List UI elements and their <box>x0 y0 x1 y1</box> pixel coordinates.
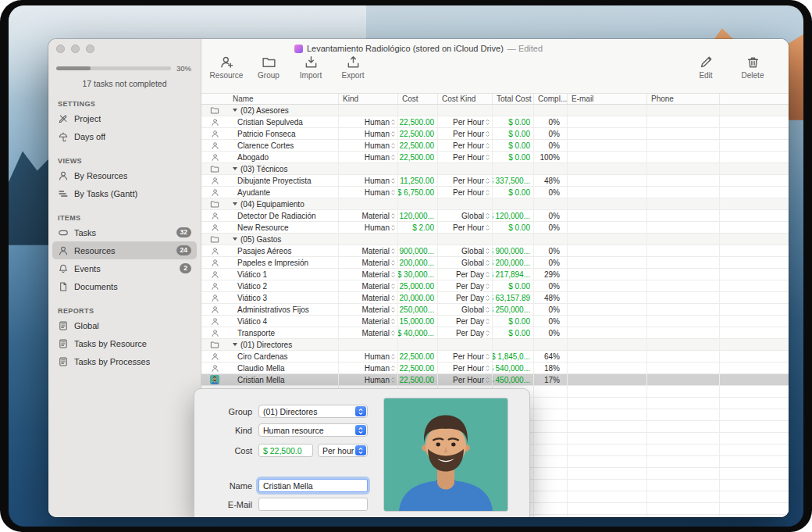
stepper-chevrons-icon[interactable] <box>391 142 395 149</box>
cost-kind-cell[interactable]: Per Hour <box>438 152 493 162</box>
stepper-chevrons-icon[interactable] <box>391 283 395 290</box>
cost-cell[interactable]: $ 200,000... <box>398 257 438 268</box>
cost-kind-cell[interactable]: Per Hour <box>438 116 493 127</box>
email-cell[interactable] <box>568 351 647 362</box>
cost-cell[interactable]: $ 6,750.00 <box>398 187 438 198</box>
stepper-chevrons-icon[interactable] <box>486 154 490 161</box>
disclosure-triangle-icon[interactable] <box>233 109 237 112</box>
sidebar-item-project[interactable]: Project <box>52 109 197 127</box>
close-button[interactable] <box>56 45 65 53</box>
kind-cell[interactable]: Human <box>339 187 398 198</box>
stepper-chevrons-icon[interactable] <box>486 353 490 360</box>
cost-kind-cell[interactable]: Per Hour <box>438 187 493 198</box>
email-input[interactable] <box>258 498 368 511</box>
resource-row[interactable]: Claudio Mella Human $ 22,500.00 Per Hour… <box>201 362 789 374</box>
resource-row[interactable]: Detector De Radiación Material $ 120,000… <box>201 210 789 222</box>
stepper-chevrons-icon[interactable] <box>391 154 395 161</box>
cost-cell[interactable]: $ 900,000... <box>398 245 438 256</box>
resource-row[interactable]: Viático 3 Material $ 20,000.00 Per Day $… <box>201 292 789 304</box>
stepper-chevrons-icon[interactable] <box>391 295 395 302</box>
cost-cell[interactable]: $ 11,250.00 <box>398 175 438 186</box>
kind-cell[interactable]: Human <box>339 351 398 362</box>
column-header-e-mail[interactable]: E-mail <box>568 94 647 104</box>
kind-cell[interactable]: Material <box>339 280 398 291</box>
kind-cell[interactable]: Material <box>339 292 398 303</box>
sidebar-item-resources[interactable]: Resources 24 <box>52 241 197 259</box>
stepper-chevrons-icon[interactable] <box>391 365 395 372</box>
phone-cell[interactable] <box>647 280 720 291</box>
sidebar-item-documents[interactable]: Documents <box>52 277 197 295</box>
resource-row[interactable]: Clarence Cortes Human $ 22,500.00 Per Ho… <box>201 140 789 152</box>
stepper-chevrons-icon[interactable] <box>486 365 490 372</box>
disclosure-triangle-icon[interactable] <box>233 202 237 205</box>
sidebar-item-tasks[interactable]: Tasks 32 <box>52 223 197 241</box>
email-cell[interactable] <box>568 128 647 139</box>
phone-cell[interactable] <box>647 175 720 186</box>
email-cell[interactable] <box>568 374 647 385</box>
email-cell[interactable] <box>568 245 647 256</box>
kind-cell[interactable]: Material <box>339 257 398 268</box>
email-cell[interactable] <box>568 152 647 162</box>
group-row[interactable]: (04) Equipamiento <box>201 198 789 210</box>
sidebar-item-tasks-by-resource[interactable]: Tasks by Resource <box>52 334 197 352</box>
email-cell[interactable] <box>568 140 647 151</box>
phone-cell[interactable] <box>647 304 720 315</box>
kind-cell[interactable]: Material <box>339 304 398 315</box>
cost-kind-cell[interactable]: Per Day <box>438 280 493 291</box>
resource-row[interactable]: New Resource Human $ 2.00 Per Hour $ 0.0… <box>201 222 789 234</box>
cost-kind-cell[interactable]: Per Hour <box>438 140 493 151</box>
edit-button[interactable]: Edit <box>689 55 723 80</box>
cost-kind-cell[interactable]: Per Hour <box>438 362 493 373</box>
stepper-chevrons-icon[interactable] <box>391 306 395 313</box>
email-cell[interactable] <box>568 269 647 280</box>
stepper-chevrons-icon[interactable] <box>486 212 490 220</box>
cost-cell[interactable]: $ 22,500.00 <box>398 128 438 139</box>
disclosure-triangle-icon[interactable] <box>233 167 237 170</box>
cost-kind-cell[interactable]: Global <box>438 304 493 315</box>
cost-kind-cell[interactable]: Global <box>438 245 493 256</box>
resource-row[interactable]: Administrativos Fijos Material $ 250,000… <box>201 304 789 316</box>
kind-cell[interactable]: Human <box>339 362 398 373</box>
stepper-chevrons-icon[interactable] <box>486 306 490 313</box>
stepper-chevrons-icon[interactable] <box>391 177 395 184</box>
cost-cell[interactable]: $ 25,000.00 <box>398 280 438 291</box>
kind-cell[interactable]: Human <box>339 116 398 127</box>
phone-cell[interactable] <box>647 269 720 280</box>
column-header-name[interactable]: Name <box>228 94 339 104</box>
cost-kind-cell[interactable]: Per Hour <box>438 222 493 233</box>
cost-kind-cell[interactable]: Per Day <box>438 292 493 303</box>
sidebar-item-by-resources[interactable]: By Resources <box>52 166 197 184</box>
cost-kind-cell[interactable]: Per Hour <box>438 374 493 385</box>
stepper-chevrons-icon[interactable] <box>486 283 490 290</box>
stepper-chevrons-icon[interactable] <box>391 189 395 196</box>
stepper-chevrons-icon[interactable] <box>391 212 395 220</box>
zoom-button[interactable] <box>86 45 94 53</box>
stepper-chevrons-icon[interactable] <box>486 189 490 196</box>
resource-row[interactable]: Ciro Cardenas Human $ 22,500.00 Per Hour… <box>201 351 789 362</box>
resource-row[interactable]: Cristian Sepulveda Human $ 22,500.00 Per… <box>201 116 789 128</box>
column-header-total-cost[interactable]: Total Cost <box>493 94 534 104</box>
cost-cell[interactable]: $ 15,000.00 <box>398 316 438 327</box>
column-header-cost[interactable]: Cost <box>398 94 438 104</box>
email-cell[interactable] <box>568 187 647 198</box>
group-button[interactable]: Group <box>251 55 286 80</box>
stepper-chevrons-icon[interactable] <box>486 177 490 184</box>
stepper-chevrons-icon[interactable] <box>486 295 490 302</box>
email-cell[interactable] <box>568 362 647 373</box>
stepper-chevrons-icon[interactable] <box>486 248 490 255</box>
cost-cell[interactable]: $ 2.00 <box>398 222 438 233</box>
minimize-button[interactable] <box>71 45 80 53</box>
cost-cell[interactable]: $ 22,500.00 <box>398 351 438 362</box>
kind-cell[interactable]: Human <box>339 140 398 151</box>
resource-row[interactable]: Cristian Mella Human $ 22,500.00 Per Hou… <box>201 374 789 386</box>
stepper-chevrons-icon[interactable] <box>391 318 395 325</box>
column-header-phone[interactable]: Phone <box>647 94 720 104</box>
resource-row[interactable]: Pasajes Aéreos Material $ 900,000... Glo… <box>201 245 789 257</box>
stepper-chevrons-icon[interactable] <box>391 377 395 384</box>
stepper-chevrons-icon[interactable] <box>486 330 490 337</box>
phone-cell[interactable] <box>647 222 720 233</box>
kind-cell[interactable]: Material <box>339 245 398 256</box>
email-cell[interactable] <box>568 280 647 291</box>
phone-cell[interactable] <box>647 327 720 338</box>
cost-cell[interactable]: $ 22,500.00 <box>398 152 438 162</box>
